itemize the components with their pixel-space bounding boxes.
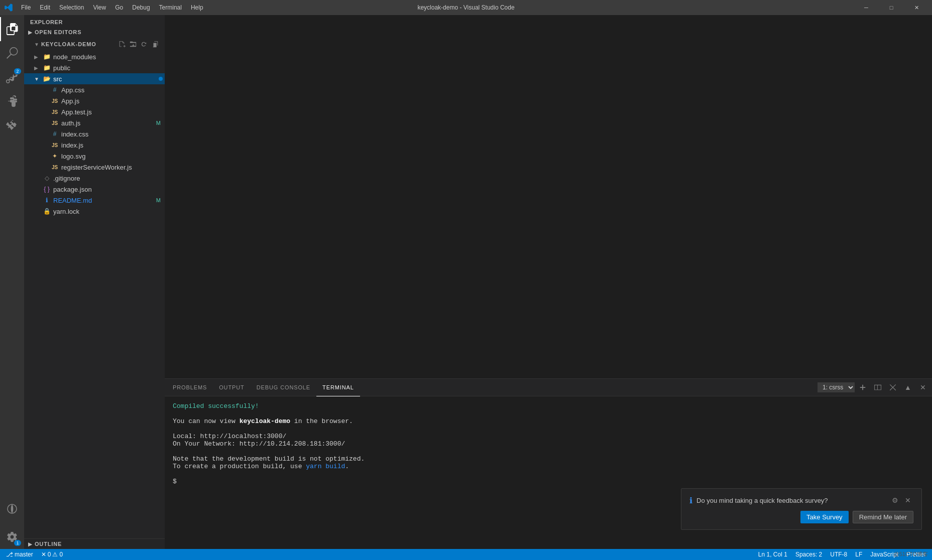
tree-item-register-sw[interactable]: ▶ JS registerServiceWorker.js: [24, 162, 165, 173]
md-icon: ℹ: [42, 197, 51, 204]
tree-item-yarn-lock[interactable]: ▶ 🔒 yarn.lock: [24, 206, 165, 217]
terminal-line-3: You can now view keycloak-demo in the br…: [173, 417, 924, 425]
tree-item-index-css[interactable]: ▶ # index.css: [24, 128, 165, 139]
notification-top-actions: ⚙ ✕: [889, 495, 913, 506]
close-button[interactable]: ✕: [905, 0, 928, 15]
refresh-button[interactable]: [139, 39, 150, 50]
titlebar-menu: File Edit Selection View Go Debug Termin…: [17, 3, 207, 12]
branch-indicator[interactable]: ⎇ master: [4, 551, 35, 558]
maximize-button[interactable]: □: [880, 0, 903, 15]
take-survey-button[interactable]: Take Survey: [800, 511, 849, 523]
tree-item-readme[interactable]: ▶ ℹ README.md M: [24, 195, 165, 206]
js-icon: JS: [50, 109, 59, 115]
tree-item-src[interactable]: ▼ 📂 src: [24, 73, 165, 84]
terminal-line-1: Compiled successfully!: [173, 402, 924, 410]
warning-count: 0: [59, 551, 63, 558]
editor-area: PROBLEMS OUTPUT DEBUG CONSOLE TERMINAL 1…: [165, 15, 932, 549]
add-terminal-button[interactable]: [856, 380, 870, 394]
item-label: App.test.js: [61, 108, 165, 116]
eol-text: LF: [855, 551, 862, 558]
tab-terminal[interactable]: TERMINAL: [316, 379, 360, 396]
remind-later-button[interactable]: Remind Me later: [853, 511, 913, 523]
close-panel-button[interactable]: ✕: [916, 380, 930, 394]
minimize-button[interactable]: ─: [855, 0, 878, 15]
item-label: index.css: [61, 130, 165, 138]
terminal-line-local: Local: http://localhost:3000/: [173, 433, 924, 440]
lock-icon: 🔒: [42, 208, 51, 215]
activity-extensions[interactable]: [0, 113, 24, 137]
sidebar-title: EXPLORER: [24, 15, 165, 27]
menu-selection[interactable]: Selection: [55, 3, 88, 12]
activity-explorer[interactable]: [0, 17, 24, 41]
encoding-text: UTF-8: [830, 551, 847, 558]
item-label: logo.svg: [61, 153, 165, 160]
tab-problems[interactable]: PROBLEMS: [167, 379, 213, 396]
menu-debug[interactable]: Debug: [128, 3, 154, 12]
menu-view[interactable]: View: [89, 3, 110, 12]
new-folder-button[interactable]: [128, 39, 139, 50]
tree-item-gitignore[interactable]: ▶ ◇ .gitignore: [24, 173, 165, 184]
menu-file[interactable]: File: [17, 3, 35, 12]
eol-indicator[interactable]: LF: [853, 551, 864, 558]
item-label: node_modules: [53, 53, 165, 61]
error-count: 0: [48, 551, 51, 558]
collapse-all-button[interactable]: [150, 39, 161, 50]
extensions-icon: [6, 119, 18, 131]
terminal-selector[interactable]: 1: csrss: [818, 382, 855, 392]
tab-output[interactable]: OUTPUT: [213, 379, 251, 396]
item-label: yarn.lock: [53, 208, 165, 215]
info-icon: ℹ: [689, 496, 692, 505]
titlebar-left: File Edit Selection View Go Debug Termin…: [4, 3, 207, 12]
maximize-panel-button[interactable]: ▲: [901, 380, 915, 394]
statusbar-left: ⎇ master ✕ 0 ⚠ 0: [4, 551, 65, 558]
cursor-position[interactable]: Ln 1, Col 1: [756, 551, 789, 558]
terminal-line-build: To create a production build, use yarn b…: [173, 463, 924, 470]
tree-item-logo-svg[interactable]: ▶ ✦ logo.svg: [24, 151, 165, 162]
js-icon: JS: [50, 143, 59, 148]
notification-close-button[interactable]: ✕: [902, 495, 913, 506]
main-layout: 2 1 EXPLORER ▶ O: [0, 15, 932, 549]
new-file-button[interactable]: [117, 39, 128, 50]
tree-item-app-js[interactable]: ▶ JS App.js: [24, 95, 165, 106]
tree-item-auth-js[interactable]: ▶ JS auth.js M: [24, 117, 165, 128]
activity-source-control[interactable]: 2: [0, 65, 24, 89]
item-label: index.js: [61, 142, 165, 149]
notification-popup: ℹ Do you mind taking a quick feedback su…: [681, 488, 922, 530]
menu-terminal[interactable]: Terminal: [155, 3, 186, 12]
tree-item-app-test-js[interactable]: ▶ JS App.test.js: [24, 106, 165, 117]
outline-section[interactable]: ▶ OUTLINE: [24, 538, 165, 549]
tree-item-package-json[interactable]: ▶ { } package.json: [24, 184, 165, 195]
activity-remote[interactable]: [0, 497, 24, 521]
tree-item-node-modules[interactable]: ▶ 📁 node_modules: [24, 51, 165, 62]
menu-edit[interactable]: Edit: [36, 3, 54, 12]
project-header[interactable]: ▼ KEYCLOAK-DEMO: [24, 37, 165, 51]
vscode-logo: [4, 3, 13, 12]
json-icon: { }: [42, 186, 51, 193]
kill-terminal-button[interactable]: [886, 380, 900, 394]
terminal-line-network: On Your Network: http://10.214.208.181:3…: [173, 440, 924, 448]
item-label: App.js: [61, 97, 165, 105]
source-control-badge: 2: [14, 68, 21, 74]
open-editors-section[interactable]: ▶ OPEN EDITORS: [24, 27, 165, 37]
split-terminal-button[interactable]: [871, 380, 885, 394]
error-icon: ✕: [41, 551, 46, 558]
activity-search[interactable]: [0, 41, 24, 65]
search-icon: [6, 47, 18, 59]
indent-indicator[interactable]: Spaces: 2: [793, 551, 824, 558]
titlebar: File Edit Selection View Go Debug Termin…: [0, 0, 932, 15]
tree-item-app-css[interactable]: ▶ # App.css: [24, 84, 165, 95]
tree-item-index-js[interactable]: ▶ JS index.js: [24, 139, 165, 151]
tab-debug-console[interactable]: DEBUG CONSOLE: [251, 379, 316, 396]
branch-icon: ⎇: [6, 551, 13, 558]
tree-item-public[interactable]: ▶ 📁 public: [24, 62, 165, 73]
editor-content: [165, 15, 932, 378]
js-icon: JS: [50, 165, 59, 170]
notification-settings-button[interactable]: ⚙: [889, 495, 900, 506]
menu-go[interactable]: Go: [111, 3, 127, 12]
activity-debug[interactable]: [0, 89, 24, 113]
encoding-indicator[interactable]: UTF-8: [828, 551, 849, 558]
menu-help[interactable]: Help: [187, 3, 207, 12]
activity-settings[interactable]: 1: [0, 525, 24, 549]
notification-buttons: Take Survey Remind Me later: [689, 511, 913, 523]
errors-indicator[interactable]: ✕ 0 ⚠ 0: [39, 551, 65, 558]
